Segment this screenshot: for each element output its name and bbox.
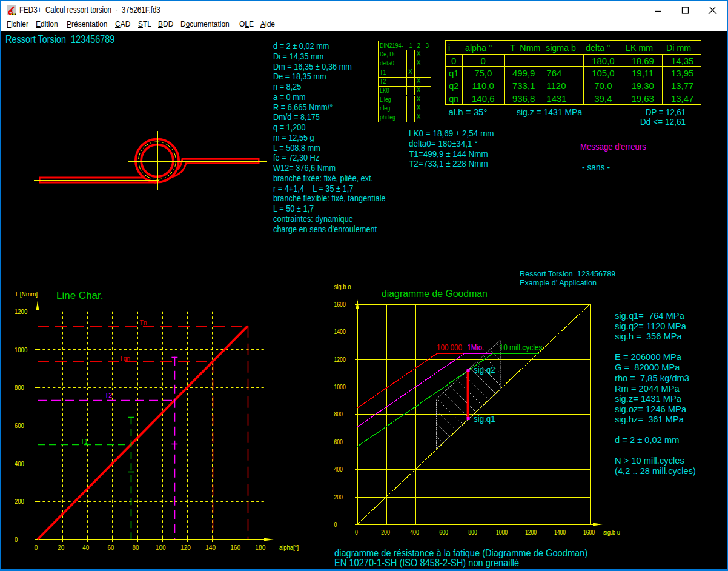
- svg-text:400: 400: [334, 466, 343, 473]
- svg-text:1600: 1600: [334, 301, 346, 308]
- svg-text:600: 600: [334, 438, 343, 446]
- svg-text:0: 0: [15, 536, 18, 543]
- svg-text:200: 200: [381, 529, 390, 536]
- svg-text:160: 160: [230, 544, 240, 551]
- svg-text:0: 0: [35, 544, 38, 551]
- svg-text:T2: T2: [105, 392, 112, 399]
- svg-text:40: 40: [82, 544, 89, 551]
- svg-text:1Mio.: 1Mio.: [468, 342, 485, 352]
- svg-text:800: 800: [468, 529, 477, 536]
- svg-text:600: 600: [15, 422, 24, 429]
- svg-text:sig.b o: sig.b o: [334, 283, 351, 290]
- svg-text:1200: 1200: [525, 529, 537, 536]
- svg-text:alpha[°]: alpha[°]: [279, 544, 299, 551]
- svg-text:100: 100: [156, 544, 166, 551]
- svg-text:0: 0: [334, 521, 337, 528]
- svg-text:1200: 1200: [334, 356, 346, 363]
- svg-text:800: 800: [15, 384, 24, 391]
- svg-text:T1: T1: [81, 438, 88, 445]
- svg-text:1000: 1000: [334, 383, 346, 390]
- svg-text:Tqn: Tqn: [119, 355, 130, 362]
- svg-text:600: 600: [439, 529, 448, 536]
- svg-text:1200: 1200: [15, 308, 27, 315]
- svg-text:sig.b u: sig.b u: [603, 529, 620, 536]
- svg-text:1600: 1600: [583, 529, 595, 536]
- svg-text:10 mill.cycles: 10 mill.cycles: [500, 342, 543, 352]
- svg-text:120: 120: [180, 544, 191, 551]
- svg-text:180: 180: [255, 544, 265, 551]
- svg-text:400: 400: [410, 529, 419, 536]
- svg-text:140: 140: [205, 544, 216, 551]
- svg-text:1000: 1000: [15, 346, 27, 353]
- svg-text:200: 200: [334, 493, 343, 501]
- svg-text:200: 200: [15, 498, 24, 505]
- svg-text:1000: 1000: [496, 529, 508, 536]
- svg-text:60: 60: [107, 544, 114, 551]
- svg-text:800: 800: [334, 410, 343, 418]
- svg-text:Tn: Tn: [140, 319, 147, 326]
- svg-text:100 000: 100 000: [437, 342, 462, 352]
- svg-text:1400: 1400: [334, 328, 346, 335]
- svg-text:400: 400: [15, 460, 24, 467]
- svg-text:1400: 1400: [554, 529, 566, 536]
- svg-text:80: 80: [133, 544, 139, 551]
- svg-text:0: 0: [355, 529, 358, 536]
- svg-text:20: 20: [58, 544, 64, 551]
- svg-text:T [Nmm]: T [Nmm]: [15, 290, 38, 298]
